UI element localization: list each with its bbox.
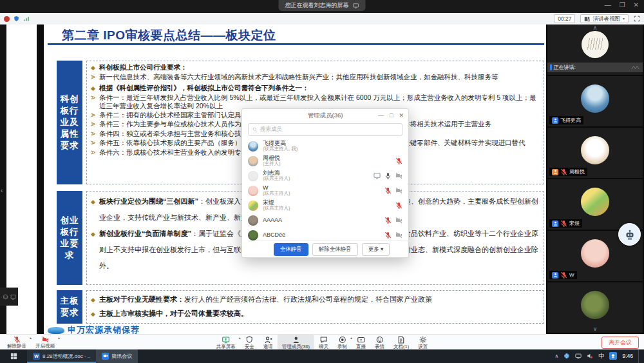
video-tile[interactable]: 宋煜 [547, 179, 643, 230]
toolbar-chat-button[interactable]: 聊天 [314, 335, 333, 349]
screen-icon [374, 172, 381, 179]
chat-icon [320, 336, 328, 344]
tray-expand-icon[interactable]: ∧ [555, 353, 559, 359]
section-label: 主板要求 [57, 290, 82, 324]
participants-sidebar: ∧ 正在讲话: 飞得更高 周根悦 宋煜 W∨ [546, 25, 644, 334]
member-row[interactable]: ABCDee [242, 228, 408, 240]
toolbar-emoji-button[interactable]: 表情 [370, 335, 389, 349]
screen-share-indicator-icon [353, 3, 359, 8]
section-label-text: 属性 [61, 128, 79, 140]
section-label-text: 业及 [61, 117, 79, 128]
window-maximize-button[interactable]: ❐ [620, 1, 625, 8]
dialog-maximize-button[interactable]: □ [390, 112, 393, 119]
view-mode-selector[interactable]: 演讲者视图 ▾ [580, 14, 629, 23]
collapse-left-icon[interactable]: ‹ [1, 187, 3, 194]
section-label-text: 求 [65, 250, 75, 261]
watching-banner-text: 您正在观看刘志海的屏幕 [285, 1, 349, 10]
slide-bullet-row: 新一代信息技术、高端装备等六大行业领域的高新技术产业和战略性新兴产业；其他应用科… [91, 73, 538, 83]
video-tile[interactable]: ∨ [547, 282, 643, 333]
dialog-minimize-button[interactable]: — [378, 112, 384, 119]
security-shield-icon[interactable] [14, 15, 19, 22]
doc-icon [397, 336, 405, 344]
taskbar-task-document[interactable]: W 8.28活动概况.doc - .. [27, 349, 96, 363]
reaction-mini-toolbar[interactable] [0, 288, 18, 306]
toolbar-shield-button[interactable]: 安全 [240, 335, 259, 349]
member-row[interactable]: W(联席主持人) [242, 183, 408, 198]
slide-bullet-row: ◆ 主板上市审核实操中，对于公司体量要求较高。 [91, 307, 538, 321]
toolbar-doc-button[interactable]: 文档(1) [389, 335, 413, 349]
qq-tray-icon[interactable] [609, 352, 617, 360]
role-badge-icon [552, 169, 558, 175]
role-badge-icon [552, 272, 558, 279]
members-icon [292, 336, 299, 344]
assistant-robot-icon[interactable] [618, 223, 641, 246]
participant-name-label: 飞得更高 [549, 116, 583, 124]
member-search-input[interactable]: 搜索成员 [248, 123, 402, 136]
avatar [248, 201, 258, 211]
diamond-bullet-icon: ◆ [91, 84, 99, 93]
show-desktop-button[interactable] [638, 349, 641, 363]
slide-bullet-row: ◆ 根据《科创属性评价指引》，科创板拟上市公司需符合下列条件之一： [91, 84, 538, 93]
leave-meeting-button[interactable]: 离开会议 [601, 337, 639, 349]
window-close-button[interactable]: ✕ [634, 1, 639, 8]
participant-avatar [581, 136, 609, 164]
taskbar-task-meeting[interactable]: 腾讯会议 [96, 349, 138, 363]
watching-banner: 您正在观看刘志海的屏幕 [279, 0, 366, 11]
mic-muted-icon [384, 231, 392, 239]
participant-name-label: 宋煜 [549, 219, 582, 228]
video-tile-speaking[interactable]: ∧ 正在讲话: [547, 25, 643, 75]
chevron-down-icon[interactable]: ∨ [593, 326, 598, 332]
toolbar-camera-off-button[interactable]: ▴开启视频 [31, 335, 59, 349]
unmute-all-button[interactable]: 解除全体静音 [312, 243, 358, 256]
chevron-up-icon[interactable]: ∧ [593, 25, 598, 31]
meeting-duration: 00:27 [554, 14, 575, 23]
toolbar-record-button[interactable]: ▴录制 [333, 335, 352, 349]
window-minimize-button[interactable]: — [605, 1, 611, 8]
toolbar-invite-button[interactable]: 邀请 [259, 335, 278, 349]
muted-mic-icon [560, 220, 567, 227]
member-row[interactable]: 宋煜(联席主持人) [242, 198, 408, 213]
live-icon [357, 336, 365, 344]
toolbar-members-button[interactable]: 管理成员(36) [278, 335, 314, 349]
arrow-bullet-icon [91, 73, 99, 83]
toolbar-settings-button[interactable]: 设置 [413, 335, 432, 349]
member-row[interactable]: 飞得更高(联席主持人, 我) [242, 139, 408, 153]
arrow-bullet-icon [91, 130, 99, 139]
speaking-indicator: 正在讲话: [547, 63, 643, 72]
more-button[interactable]: 更多 ▾ [362, 243, 390, 256]
video-tile[interactable]: 周根悦 [547, 128, 643, 178]
camera-off-icon [395, 231, 402, 239]
network-globe-icon[interactable] [564, 353, 570, 359]
section-label-text: 要求 [61, 307, 79, 319]
emoji-mini-icon [3, 294, 8, 300]
section-label-text: 科创 [61, 93, 79, 105]
dialog-close-button[interactable]: ✕ [399, 112, 404, 119]
member-row[interactable]: AAAAA [242, 213, 408, 228]
mute-all-button[interactable]: 全体静音 [274, 243, 308, 256]
avatar [248, 141, 258, 152]
slide-bullet-row: ◆ 主板对于行业无硬性要求：发行人的生产经营须符合法律、行政法规和公司章程的规定… [91, 293, 538, 307]
logo-text: 申万宏源承销保荐 [68, 324, 140, 334]
logo-swoosh-icon [48, 327, 64, 334]
arrow-bullet-icon [91, 139, 99, 148]
toolbar-share-screen-button[interactable]: ▴共享屏幕 [212, 335, 240, 349]
member-row[interactable]: 刘志海(联席主持人) [242, 168, 408, 183]
start-button[interactable] [0, 349, 27, 363]
section-label-text: 板行 [61, 105, 79, 117]
toolbar-live-button[interactable]: 直播 [352, 335, 370, 349]
fullscreen-icon[interactable] [634, 15, 640, 22]
avatar [248, 156, 258, 166]
toolbar-mic-off-button[interactable]: ▴解除静音 [3, 335, 31, 349]
dialog-footer: 全体静音 解除全体静音 更多 ▾ [249, 240, 415, 257]
section-label: 科创板行业及属性要求 [57, 61, 82, 184]
member-row[interactable]: 周根悦(主持人) [242, 153, 408, 168]
clock[interactable]: 9:46 [622, 353, 633, 359]
avatar [248, 230, 258, 240]
display-tray-icon[interactable] [575, 353, 582, 359]
role-badge-icon [552, 221, 558, 227]
video-tile[interactable]: 飞得更高 [547, 76, 643, 126]
meeting-app-icon [102, 353, 109, 360]
volume-muted-icon[interactable] [587, 353, 593, 359]
record-icon [339, 336, 346, 344]
ime-indicator[interactable]: 中 [598, 352, 604, 360]
